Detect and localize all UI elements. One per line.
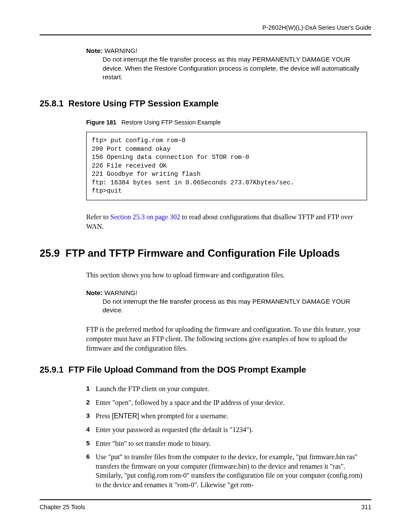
note-warning-2: Note: WARNING! Do not interrupt the file… [86, 289, 367, 315]
list-item: 5 Enter "bin" to set transfer mode to bi… [86, 439, 367, 448]
heading-title: Restore Using FTP Session Example [68, 99, 219, 108]
note-body: Do not interrupt the file transfer proce… [103, 297, 367, 315]
list-text: Enter your password as requested (the de… [96, 425, 253, 435]
paragraph-ftp: FTP is the preferred method for uploadin… [86, 325, 367, 353]
cross-reference-link[interactable]: Section 25.3 on page 302 [110, 213, 180, 221]
enter-key: [ENTER] [112, 412, 139, 420]
list-text: Use "put" to transfer files from the com… [96, 452, 367, 489]
list-item: 1 Launch the FTP client on your computer… [86, 384, 367, 394]
page-header: P-2602H(W)(L)-DxA Series User's Guide [40, 24, 371, 35]
ordered-list: 1 Launch the FTP client on your computer… [86, 384, 367, 489]
para-text-a: Refer to [86, 213, 110, 221]
list-number: 3 [86, 411, 96, 421]
list-item: 3 Press [ENTER] when prompted for a user… [86, 411, 367, 421]
note-label: Note: [86, 47, 103, 54]
heading-number: 25.9 [40, 247, 60, 259]
list-text: Press [ENTER] when prompted for a userna… [96, 411, 228, 421]
heading-25-9-1: 25.9.1 FTP File Upload Command from the … [40, 365, 371, 375]
heading-title: FTP and TFTP Firmware and Configuration … [65, 247, 340, 259]
heading-25-8-1: 25.8.1 Restore Using FTP Session Example [40, 99, 371, 109]
note-title: WARNING! [103, 289, 137, 296]
figure-title: Restore Using FTP Session Example [121, 119, 221, 126]
figure-caption: Figure 181 Restore Using FTP Session Exa… [86, 119, 371, 126]
note-title: WARNING! [103, 47, 137, 54]
heading-25-9: 25.9 FTP and TFTP Firmware and Configura… [40, 247, 371, 259]
figure-number: Figure 181 [86, 119, 116, 126]
list-item: 2 Enter "open", followed by a space and … [86, 398, 367, 408]
note-warning-1: Note: WARNING! Do not interrupt the file… [86, 47, 367, 81]
heading-number: 25.8.1 [40, 99, 64, 108]
list-text: Enter "bin" to set transfer mode to bina… [96, 439, 211, 448]
note-body: Do not interrupt the file transfer proce… [103, 55, 367, 81]
list-item: 4 Enter your password as requested (the … [86, 425, 367, 435]
page-footer: Chapter 25 Tools 311 [40, 499, 371, 510]
heading-number: 25.9.1 [40, 365, 64, 374]
list-number: 4 [86, 425, 96, 435]
list-number: 6 [86, 452, 96, 489]
heading-title: FTP File Upload Command from the DOS Pro… [68, 365, 306, 374]
footer-page-number: 311 [361, 504, 371, 510]
list-number: 1 [86, 384, 96, 394]
paragraph-refer: Refer to Section 25.3 on page 302 to rea… [86, 212, 367, 231]
list-number: 5 [86, 439, 96, 448]
list-text: Enter "open", followed by a space and th… [96, 398, 285, 408]
list-item: 6 Use "put" to transfer files from the c… [86, 452, 367, 489]
paragraph-intro: This section shows you how to upload fir… [86, 271, 367, 280]
note-label: Note: [86, 289, 103, 296]
list-text: Launch the FTP client on your computer. [96, 384, 209, 394]
code-block: ftp> put config.rom rom-0 200 Port comma… [86, 132, 367, 200]
list-number: 2 [86, 398, 96, 408]
footer-chapter: Chapter 25 Tools [40, 504, 85, 510]
